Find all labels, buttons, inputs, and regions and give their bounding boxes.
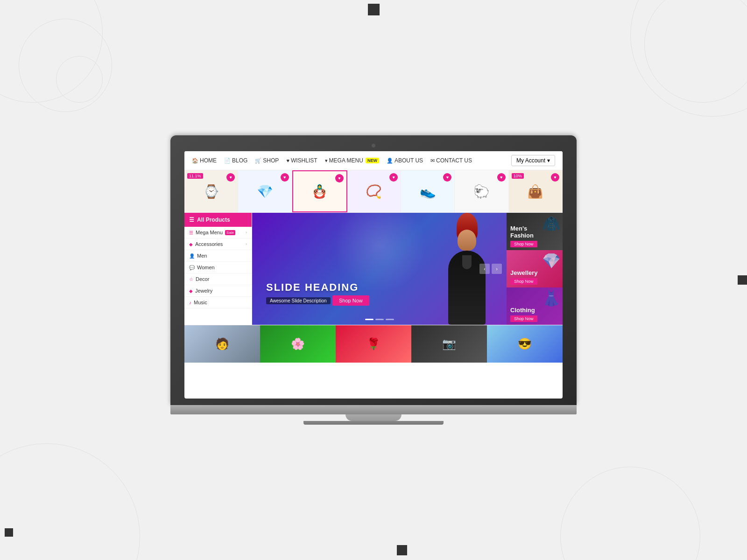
sidebar-arrow-accessories: › xyxy=(246,242,247,246)
sidebar-item-men[interactable]: 👤 Men xyxy=(184,250,252,262)
sidebar-music-left: ♪ Music xyxy=(189,300,207,305)
wishlist-btn-4[interactable]: ♥ xyxy=(389,173,398,182)
hero-description: Awesome Slide Description xyxy=(266,297,331,304)
discount-badge-7: 10% xyxy=(512,173,524,179)
gallery-item-4[interactable]: 📷 xyxy=(411,325,487,363)
nav-contact[interactable]: ✉ CONTACT US xyxy=(430,157,472,164)
clothing-title: Clothing xyxy=(510,307,559,314)
nav-home[interactable]: 🏠 HOME xyxy=(192,157,217,164)
carousel-item-6[interactable]: 🐑 ♥ xyxy=(455,170,508,212)
gallery-img-3: 🌹 xyxy=(336,325,411,363)
slider-dot-3[interactable] xyxy=(386,319,394,320)
mens-fashion-icon: 🧥 xyxy=(542,215,561,232)
gallery-item-5[interactable]: 😎 xyxy=(487,325,563,363)
contact-icon: ✉ xyxy=(430,158,435,164)
wishlist-btn-6[interactable]: ♥ xyxy=(497,173,506,182)
sidebar-accessories-left: ◆ Accessories xyxy=(189,241,223,247)
wishlist-btn-3[interactable]: ♥ xyxy=(335,174,344,182)
nav-blog[interactable]: 📄 BLOG xyxy=(224,157,247,164)
sidebar-item-mega-menu[interactable]: ☰ Mega Menu Sale › xyxy=(184,227,252,238)
slider-dot-2[interactable] xyxy=(375,319,384,320)
sidebar-men-left: 👤 Men xyxy=(189,253,207,259)
hero-shop-now-button[interactable]: Shop Now xyxy=(332,295,369,306)
carousel-item-5[interactable]: 👟 ♥ xyxy=(401,170,455,212)
gallery-item-1[interactable]: 🧑 xyxy=(184,325,260,363)
sidebar-item-decor[interactable]: ☆ Decor xyxy=(184,273,252,285)
bottom-gallery: 🧑 🌸 🌹 📷 😎 xyxy=(184,325,563,363)
gallery-item-2[interactable]: 🌸 xyxy=(260,325,336,363)
nav-about-label: ABOUT US xyxy=(395,157,423,164)
bg-square-4 xyxy=(397,545,407,555)
sidebar-women-label: Women xyxy=(197,265,215,270)
main-section: ☰ All Products ☰ Mega Menu Sale › xyxy=(184,213,563,325)
new-badge: NEW xyxy=(366,158,379,163)
sidebar-header-label: All Products xyxy=(197,217,230,223)
carousel-item-1[interactable]: 11.1% ⌚ ♥ xyxy=(184,170,238,212)
jewelry-icon: ◆ xyxy=(189,288,193,294)
sale-badge: Sale xyxy=(225,230,235,235)
panel-jewellery: 💎 Jewellery Shop Now xyxy=(507,250,563,287)
wishlist-btn-1[interactable]: ♥ xyxy=(226,173,235,182)
product-image-3: 🪆 xyxy=(301,175,338,208)
nav-mega-menu[interactable]: ▾ MEGA MENU NEW xyxy=(325,157,379,164)
wishlist-btn-5[interactable]: ♥ xyxy=(443,173,451,182)
slider-prev-button[interactable]: ‹ xyxy=(479,264,490,274)
discount-badge-1: 11.1% xyxy=(187,173,203,179)
slider-dot-1[interactable] xyxy=(365,319,374,320)
product-image-4: 📿 xyxy=(355,175,393,208)
slider-next-button[interactable]: › xyxy=(492,264,502,274)
sidebar-jewelry-left: ◆ Jewelry xyxy=(189,288,212,294)
my-account-button[interactable]: My Account ▾ xyxy=(511,155,555,166)
carousel-item-3[interactable]: 🪆 ♥ xyxy=(292,170,347,212)
laptop-camera xyxy=(372,144,375,147)
nav-wishlist-label: WISHLIST xyxy=(291,157,317,164)
panel-mens-fashion: 🧥 Men'sFashion Shop Now xyxy=(507,213,563,250)
model-neckline xyxy=(462,255,472,269)
jewellery-icon: 💎 xyxy=(542,252,561,270)
slider-navigation: ‹ › xyxy=(479,264,502,274)
jewellery-title: Jewellery xyxy=(510,269,559,277)
wishlist-btn-2[interactable]: ♥ xyxy=(281,173,289,182)
nav-about[interactable]: 👤 ABOUT US xyxy=(387,157,423,164)
gallery-img-5: 😎 xyxy=(487,325,563,363)
laptop-frame: 🏠 HOME 📄 BLOG 🛒 SHOP ♥ WISHLIST xyxy=(170,135,577,425)
nav-contact-label: CONTACT US xyxy=(436,157,472,164)
panel-clothing: 👗 Clothing Shop Now xyxy=(507,287,563,325)
nav-wishlist[interactable]: ♥ WISHLIST xyxy=(286,157,317,164)
decor-icon: ☆ xyxy=(189,277,193,282)
music-icon: ♪ xyxy=(189,300,191,305)
hero-light xyxy=(333,213,426,292)
product-carousel: 11.1% ⌚ ♥ 💎 ♥ 🪆 ♥ 📿 ♥ xyxy=(184,170,563,213)
carousel-item-2[interactable]: 💎 ♥ xyxy=(238,170,292,212)
sidebar: ☰ All Products ☰ Mega Menu Sale › xyxy=(184,213,252,325)
sidebar-item-jewelry[interactable]: ◆ Jewelry xyxy=(184,285,252,297)
sidebar-arrow-mega: › xyxy=(246,230,247,235)
gallery-item-3[interactable]: 🌹 xyxy=(336,325,411,363)
accessories-icon: ◆ xyxy=(189,242,193,247)
sidebar-mega-label: Mega Menu xyxy=(196,230,223,235)
jewellery-shop-btn[interactable]: Shop Now xyxy=(510,278,537,285)
navbar: 🏠 HOME 📄 BLOG 🛒 SHOP ♥ WISHLIST xyxy=(184,151,563,170)
product-image-2: 💎 xyxy=(246,175,283,208)
clothing-shop-btn[interactable]: Shop Now xyxy=(510,315,537,322)
mega-menu-sidebar-icon: ☰ xyxy=(189,230,193,235)
sidebar-item-music[interactable]: ♪ Music xyxy=(184,297,252,308)
model-body xyxy=(448,251,486,325)
nav-shop[interactable]: 🛒 SHOP xyxy=(255,157,279,164)
mens-fashion-shop-btn[interactable]: Shop Now xyxy=(510,241,537,247)
sidebar-women-left: 💬 Women xyxy=(189,265,215,270)
bg-square-1 xyxy=(368,4,380,15)
account-dropdown-icon: ▾ xyxy=(547,157,550,164)
laptop-foot xyxy=(303,421,444,425)
carousel-item-4[interactable]: 📿 ♥ xyxy=(347,170,401,212)
right-panels: 🧥 Men'sFashion Shop Now 💎 Jewellery Shop… xyxy=(507,213,563,325)
sidebar-item-women[interactable]: 💬 Women xyxy=(184,262,252,273)
clothing-icon: 👗 xyxy=(542,289,561,307)
bg-square-3 xyxy=(5,528,13,537)
wishlist-btn-7[interactable]: ♥ xyxy=(551,173,559,182)
gallery-img-4: 📷 xyxy=(411,325,487,363)
carousel-item-7[interactable]: 10% 👜 ♥ xyxy=(509,170,563,212)
sidebar-item-mega-left: ☰ Mega Menu Sale xyxy=(189,230,235,235)
about-icon: 👤 xyxy=(387,158,393,164)
sidebar-item-accessories[interactable]: ◆ Accessories › xyxy=(184,238,252,250)
